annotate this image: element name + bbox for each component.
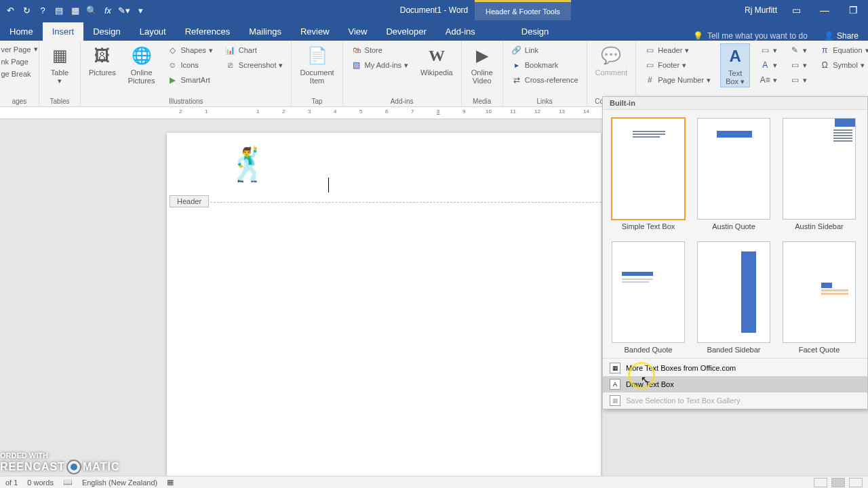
symbol-button[interactable]: ΩSymbol ▾ — [816, 58, 868, 72]
share-button[interactable]: 👤 Share — [814, 31, 868, 41]
screenshot-button[interactable]: ⎚Screenshot ▾ — [222, 58, 286, 72]
document-item-button[interactable]: 📄Document Item — [297, 43, 336, 86]
smartart-button[interactable]: ▶SmartArt — [165, 73, 216, 87]
footer-button[interactable]: ▭Footer ▾ — [642, 58, 713, 72]
pictures-button[interactable]: 🖼Pictures — [86, 43, 119, 78]
share-icon: 👤 — [824, 31, 834, 41]
tab-design[interactable]: Design — [83, 22, 130, 41]
link-button[interactable]: 🔗Link — [509, 43, 581, 57]
pictures-icon: 🖼 — [92, 45, 113, 66]
store-icon: 🛍 — [351, 45, 362, 56]
dancer-clipart[interactable]: 🕺 — [228, 146, 269, 182]
tab-developer[interactable]: Developer — [376, 22, 435, 41]
text-from-file-button[interactable]: ▭▾ — [787, 73, 810, 87]
minimize-icon[interactable]: — — [815, 3, 834, 17]
tab-headerfooter-design[interactable]: Design — [512, 22, 558, 41]
smartart-icon: ▶ — [167, 75, 178, 85]
redo-icon[interactable]: ↻ — [20, 4, 33, 16]
group-tap: Tap — [311, 96, 322, 105]
group-links: Links — [536, 96, 552, 105]
online-video-button[interactable]: ▶Online Video — [467, 43, 497, 86]
video-icon: ▶ — [471, 45, 493, 66]
ribbon-options-icon[interactable]: ▭ — [787, 3, 806, 17]
language-status[interactable]: English (New Zealand) — [82, 479, 157, 487]
window-title: Document1 - Word — [400, 5, 468, 15]
zoom-icon[interactable]: 🔍 — [85, 4, 98, 16]
cross-reference-button[interactable]: ⇄Cross-reference — [509, 73, 581, 87]
header-icon: ▭ — [644, 45, 655, 56]
cover-page-button[interactable]: ver Page ▾ — [0, 43, 41, 55]
group-illustrations: Illustrations — [169, 96, 203, 105]
gallery-item-simple[interactable]: Simple Text Box — [611, 118, 686, 230]
header-button[interactable]: ▭Header ▾ — [642, 43, 713, 57]
tab-addins[interactable]: Add-ins — [436, 22, 485, 41]
help-icon[interactable]: ? — [37, 4, 49, 16]
web-layout-button[interactable] — [849, 478, 863, 487]
undo-icon[interactable]: ↶ — [4, 4, 16, 16]
table-button[interactable]: ▦ Table▾ — [45, 43, 75, 86]
header-content[interactable]: 🕺 — [228, 145, 269, 184]
save-selection-cmd: ▦ Save Selection to Text Box Gallery — [603, 392, 867, 409]
text-box-icon: A — [724, 45, 746, 67]
equation-button[interactable]: πEquation ▾ — [816, 43, 868, 57]
my-addins-button[interactable]: ▧My Add-ins ▾ — [349, 58, 411, 72]
gallery-item-austin-sidebar[interactable]: Austin Sidebar — [782, 118, 856, 230]
table-icon: ▦ — [49, 45, 71, 66]
gallery-item-banded-sidebar[interactable]: Banded Sidebar — [696, 241, 771, 354]
comment-button[interactable]: 💬Comment — [593, 43, 631, 78]
online-pictures-button[interactable]: 🌐Online Pictures — [125, 43, 158, 86]
addins-icon: ▧ — [351, 60, 362, 70]
screenshot-icon: ⎚ — [225, 60, 236, 70]
bookmark-button[interactable]: ▸Bookmark — [509, 58, 581, 72]
page-status[interactable]: of 1 — [5, 479, 18, 487]
signature-button[interactable]: A≡▾ — [757, 73, 780, 87]
tab-insert[interactable]: Insert — [43, 22, 84, 41]
contextual-tab-label: Header & Footer Tools — [475, 0, 571, 20]
header-tag: Header — [170, 195, 209, 207]
qat-more-icon[interactable]: ▾ — [134, 4, 146, 16]
word-count[interactable]: 0 words — [27, 479, 54, 487]
chart-button[interactable]: 📊Chart — [222, 43, 286, 57]
date-time-button[interactable]: ✎▾ — [787, 43, 810, 57]
gallery-item-facet-quote[interactable]: Facet Quote — [782, 241, 856, 354]
proofing-icon[interactable]: 📖 — [63, 478, 73, 487]
read-mode-button[interactable] — [814, 478, 827, 487]
tab-references[interactable]: References — [176, 22, 239, 41]
tab-home[interactable]: Home — [0, 22, 43, 41]
wordart-button[interactable]: A▾ — [757, 58, 780, 72]
object-button[interactable]: ▭▾ — [787, 58, 810, 72]
gallery-section-header: Built-in — [603, 97, 867, 110]
store-button[interactable]: 🛍Store — [349, 43, 411, 57]
restore-icon[interactable]: ❐ — [844, 3, 863, 17]
symbol-icon: Ω — [819, 60, 830, 70]
tab-layout[interactable]: Layout — [130, 22, 176, 41]
print-layout-button[interactable] — [831, 478, 845, 487]
text-box-button[interactable]: AText Box ▾ — [720, 43, 750, 87]
shapes-button[interactable]: ◇Shapes ▾ — [165, 43, 216, 57]
icons-button[interactable]: ☺Icons — [165, 58, 216, 72]
wikipedia-icon: W — [426, 45, 448, 66]
gallery-item-austin-quote[interactable]: Austin Quote — [696, 118, 771, 230]
page[interactable]: 🕺 Header — [167, 133, 601, 476]
icons-icon: ☺ — [167, 60, 178, 70]
gallery-item-banded-quote[interactable]: Banded Quote — [611, 241, 686, 354]
wikipedia-button[interactable]: WWikipedia — [418, 43, 456, 78]
qat-icon-3[interactable]: ✎▾ — [118, 4, 130, 16]
page-break-button[interactable]: ge Break — [0, 68, 41, 79]
tell-me-search[interactable]: 💡 Tell me what you want to do — [686, 31, 814, 41]
tab-review[interactable]: Review — [291, 22, 339, 41]
recording-watermark: ORDED WITH REENCASTMATIC — [0, 451, 119, 474]
tab-mailings[interactable]: Mailings — [239, 22, 291, 41]
fx-icon[interactable]: fx — [102, 4, 114, 16]
drop-cap-button[interactable]: ▭▾ — [757, 43, 780, 57]
page-number-button[interactable]: #Page Number ▾ — [642, 73, 713, 87]
tab-view[interactable]: View — [339, 22, 377, 41]
qat-icon-2[interactable]: ▦ — [69, 4, 81, 16]
more-text-boxes-cmd[interactable]: ▦ More Text Boxes from Office.com — [603, 360, 867, 376]
user-name[interactable]: Rj Murfitt — [745, 5, 777, 15]
qat-icon-1[interactable]: ▤ — [53, 4, 65, 16]
blank-page-button[interactable]: nk Page — [0, 56, 41, 67]
draw-text-box-cmd[interactable]: A Draw Text Box — [603, 376, 867, 392]
macro-icon[interactable]: ▦ — [167, 478, 174, 487]
office-icon: ▦ — [610, 363, 620, 373]
